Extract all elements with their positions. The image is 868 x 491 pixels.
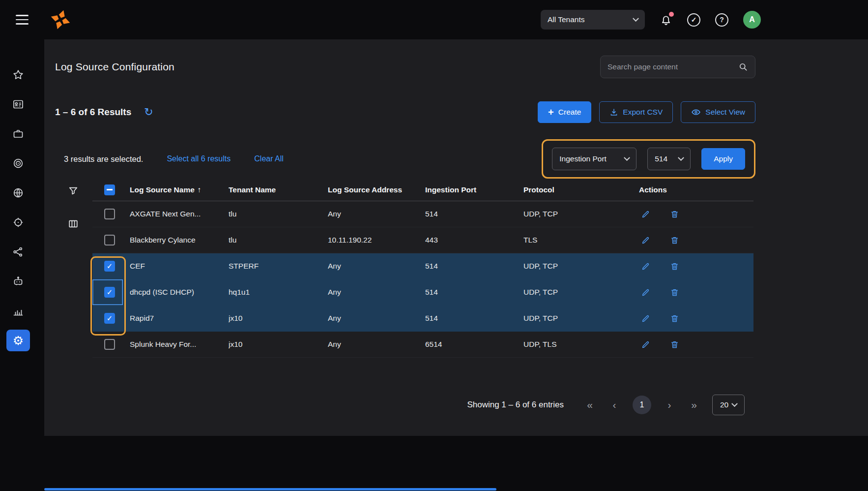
cell-tenant-name: jx10 [229, 340, 328, 349]
main-panel: Log Source Configuration 1 – 6 of 6 Resu… [44, 39, 868, 436]
row-checkbox[interactable] [104, 339, 115, 350]
col-ingestion-port[interactable]: Ingestion Port [425, 185, 523, 194]
page-size-select[interactable]: 20 [712, 395, 745, 415]
row-checkbox[interactable] [104, 209, 115, 219]
sidebar-item-connectors[interactable] [6, 241, 30, 263]
col-tenant-name[interactable]: Tenant Name [229, 185, 328, 194]
chevron-down-icon [731, 400, 738, 407]
chevron-down-icon [678, 154, 684, 161]
cell-ingestion-port: 514 [425, 210, 523, 218]
row-checkbox[interactable] [104, 261, 115, 272]
sidebar-item-threat-intel[interactable] [6, 182, 30, 204]
cell-log-source-address: Any [328, 314, 425, 323]
notifications-bell-icon[interactable] [660, 13, 672, 26]
previous-page-icon[interactable] [608, 399, 621, 411]
horizontal-scrollbar[interactable] [44, 488, 496, 491]
columns-icon[interactable] [68, 218, 79, 231]
filter-icon[interactable] [68, 185, 79, 198]
page-search[interactable] [600, 56, 755, 78]
row-checkbox[interactable] [104, 287, 115, 298]
col-log-source-name[interactable]: Log Source Name↑ [130, 185, 229, 194]
create-button[interactable]: Create [538, 101, 591, 123]
delete-icon[interactable] [670, 236, 679, 245]
cell-log-source-name: AXGATE Next Gen... [130, 210, 229, 218]
sidebar-item-threat-hunting[interactable] [6, 212, 30, 233]
bulk-field-select[interactable]: Ingestion Port [552, 148, 637, 170]
crosshair-icon [12, 216, 24, 228]
tenant-selector[interactable]: All Tenants [541, 10, 645, 30]
logo-star-icon [48, 7, 73, 32]
pagination-summary: Showing 1 – 6 of 6 entries [467, 400, 564, 410]
select-view-button[interactable]: Select View [681, 101, 755, 123]
cell-protocol: UDP, TCP [523, 210, 639, 218]
sidebar-item-favorites[interactable] [6, 64, 30, 86]
user-avatar[interactable]: A [743, 11, 761, 29]
cell-ingestion-port: 514 [425, 314, 523, 323]
plus-icon [548, 107, 554, 118]
edit-icon[interactable] [641, 262, 650, 271]
cell-log-source-name: Splunk Heavy For... [130, 340, 229, 349]
sidebar-item-detections[interactable] [6, 153, 30, 174]
search-icon[interactable] [738, 62, 748, 72]
sidebar: ⚙ [0, 39, 44, 491]
edit-icon[interactable] [641, 340, 650, 349]
table-row[interactable]: Blackberry Cylance tlu 10.11.190.22 443 … [92, 227, 753, 253]
edit-icon[interactable] [641, 210, 650, 219]
cell-log-source-name: Rapid7 [130, 314, 229, 323]
row-checkbox[interactable] [104, 313, 115, 324]
sidebar-item-dashboards[interactable] [6, 93, 30, 115]
cell-log-source-address: Any [328, 210, 425, 218]
first-page-icon[interactable] [583, 399, 596, 411]
refresh-icon[interactable] [144, 107, 153, 118]
export-csv-button[interactable]: Export CSV [599, 101, 673, 123]
chevron-down-icon [624, 154, 630, 161]
chevron-down-icon [633, 15, 639, 22]
edit-icon[interactable] [641, 314, 650, 323]
table-row[interactable]: dhcpd (ISC DHCP) hq1u1 Any 514 UDP, TCP [92, 279, 753, 306]
sidebar-item-reports[interactable] [6, 300, 30, 322]
clear-all-link[interactable]: Clear All [254, 154, 284, 163]
table-row[interactable]: AXGATE Next Gen... tlu Any 514 UDP, TCP [92, 201, 753, 227]
select-all-checkbox[interactable] [104, 184, 115, 195]
table-row[interactable]: CEF STPERF Any 514 UDP, TCP [92, 253, 753, 279]
menu-icon[interactable] [0, 15, 44, 25]
sidebar-item-cases[interactable] [6, 123, 30, 145]
col-actions: Actions [639, 185, 753, 194]
id-card-icon [12, 98, 24, 110]
col-log-source-address[interactable]: Log Source Address [328, 185, 425, 194]
delete-icon[interactable] [670, 340, 679, 349]
select-all-link[interactable]: Select all 6 results [167, 154, 231, 163]
cell-ingestion-port: 443 [425, 236, 523, 245]
delete-icon[interactable] [670, 262, 679, 271]
last-page-icon[interactable] [688, 399, 700, 411]
delete-icon[interactable] [670, 210, 679, 219]
cell-protocol: UDP, TCP [523, 262, 639, 271]
next-page-icon[interactable] [663, 399, 676, 411]
cell-log-source-address: 10.11.190.22 [328, 236, 425, 245]
bar-chart-icon [12, 305, 24, 317]
cell-protocol: UDP, TCP [523, 288, 639, 297]
page-title: Log Source Configuration [55, 61, 174, 73]
topbar: All Tenants A [0, 0, 868, 39]
sidebar-item-settings[interactable]: ⚙ [6, 330, 30, 351]
cell-tenant-name: jx10 [229, 314, 328, 323]
apply-button[interactable]: Apply [701, 148, 745, 170]
edit-icon[interactable] [641, 236, 650, 245]
search-input[interactable] [608, 62, 734, 71]
delete-icon[interactable] [670, 314, 679, 323]
help-icon[interactable] [715, 13, 728, 27]
col-protocol[interactable]: Protocol [523, 185, 639, 194]
cell-ingestion-port: 6514 [425, 340, 523, 349]
edit-icon[interactable] [641, 288, 650, 297]
cell-log-source-address: Any [328, 262, 425, 271]
sidebar-item-automation[interactable] [6, 271, 30, 292]
delete-icon[interactable] [670, 288, 679, 297]
sort-asc-icon: ↑ [198, 185, 202, 194]
table-row[interactable]: Rapid7 jx10 Any 514 UDP, TCP [92, 306, 753, 332]
page-number-button[interactable]: 1 [633, 396, 651, 414]
tasks-check-icon[interactable] [687, 13, 700, 27]
cell-protocol: TLS [523, 236, 639, 245]
table-row[interactable]: Splunk Heavy For... jx10 Any 6514 UDP, T… [92, 332, 753, 358]
bulk-value-select[interactable]: 514 [647, 148, 691, 170]
row-checkbox[interactable] [104, 235, 115, 246]
